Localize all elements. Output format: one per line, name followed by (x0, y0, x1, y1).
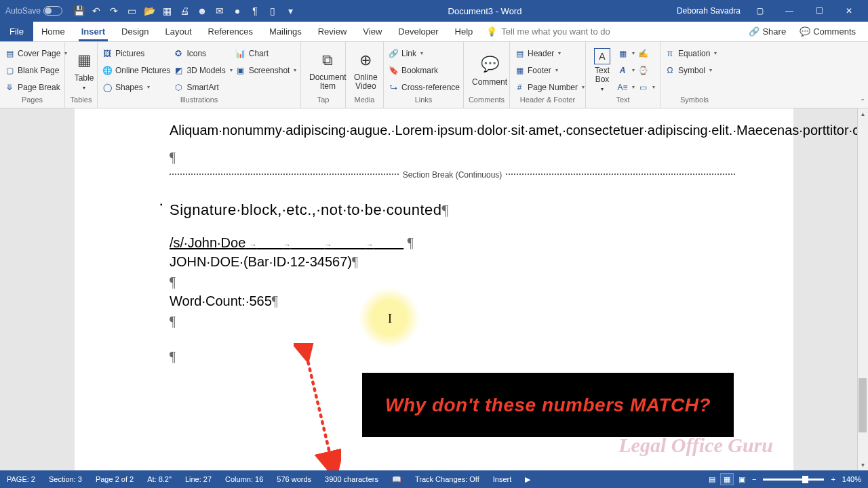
tab-review[interactable]: Review (310, 22, 355, 41)
scroll-down-icon[interactable]: ▼ (858, 460, 868, 470)
comments-button[interactable]: 💬Comments (794, 26, 861, 37)
document-item-button[interactable]: ⧉Document Item (305, 49, 351, 91)
titlebar: AutoSave 💾 ↶ ↷ ▭ 📂 ▦ 🖨 ☻ ✉ ● ¶ ▯ ▾ Docum… (0, 0, 868, 22)
blank-page-button[interactable]: ▢Blank Page (4, 63, 67, 78)
screenshot-button[interactable]: ▣Screenshot (235, 63, 297, 78)
footer-button[interactable]: ▦Footer (514, 63, 585, 78)
zoom-slider[interactable] (763, 479, 824, 481)
signature-line-button[interactable]: ✍ (637, 46, 655, 61)
file-tab[interactable]: File (0, 22, 33, 41)
wordart-button[interactable]: A (617, 63, 635, 78)
comment-button[interactable]: 💬Comment (468, 54, 511, 87)
emoji-icon[interactable]: ☻ (197, 5, 208, 16)
status-page-of[interactable]: Page 2 of 2 (89, 475, 140, 483)
equation-button[interactable]: πEquation (665, 46, 717, 61)
status-section[interactable]: Section: 3 (42, 475, 89, 483)
mail-icon[interactable]: ✉ (214, 5, 225, 16)
online-pictures-button[interactable]: 🌐Online Pictures (102, 63, 170, 78)
status-at[interactable]: At: 8.2" (140, 475, 178, 483)
section-break: Section Break (Continuous) (170, 174, 735, 186)
pictures-button[interactable]: 🖼Pictures (102, 46, 170, 61)
qat-more-icon[interactable]: ▾ (285, 5, 296, 16)
tab-help[interactable]: Help (447, 22, 481, 41)
close-icon[interactable]: ✕ (838, 4, 860, 18)
new-icon[interactable]: ▭ (126, 5, 137, 16)
zoom-in-icon[interactable]: + (831, 475, 835, 483)
record-icon[interactable]: ● (232, 5, 243, 16)
quick-parts-button[interactable]: ▦ (617, 46, 635, 61)
pilcrow-icon[interactable]: ¶ (250, 5, 260, 16)
cross-reference-button[interactable]: ⮑Cross-reference (388, 80, 460, 95)
header-button[interactable]: ▤Header (514, 46, 585, 61)
link-button[interactable]: 🔗Link (388, 46, 460, 61)
view-print-icon[interactable]: ▦ (720, 473, 734, 485)
object-button[interactable]: ▭ (637, 80, 655, 95)
page-icon: ▤ (4, 48, 15, 59)
undo-icon[interactable]: ↶ (91, 5, 102, 16)
tab-insert[interactable]: Insert (73, 22, 113, 41)
tab-design[interactable]: Design (113, 22, 157, 41)
redo-icon[interactable]: ↷ (108, 5, 119, 16)
tell-me-search[interactable]: 💡Tell me what you want to do (481, 22, 736, 41)
save-icon[interactable]: 💾 (73, 5, 84, 16)
tab-references[interactable]: References (200, 22, 261, 41)
paste-icon[interactable]: ▯ (267, 5, 278, 16)
document-title: Document3 - Word (301, 6, 669, 16)
status-macro-icon[interactable]: ▶ (518, 475, 537, 484)
status-page[interactable]: PAGE: 2 (0, 475, 42, 483)
status-spelling[interactable]: 📖 (385, 475, 408, 484)
page-number-button[interactable]: #Page Number (514, 80, 585, 95)
cover-page-button[interactable]: ▤Cover Page (4, 46, 67, 61)
comment-icon: 💬 (800, 26, 810, 37)
status-line[interactable]: Line: 27 (178, 475, 218, 483)
share-button[interactable]: 🔗Share (743, 26, 791, 37)
tab-mailings[interactable]: Mailings (261, 22, 310, 41)
user-name[interactable]: Deborah Savadra (677, 6, 741, 16)
print-icon[interactable]: 🖨 (179, 5, 190, 16)
icons-button[interactable]: ✪Icons (173, 46, 232, 61)
autosave-toggle[interactable]: AutoSave (0, 6, 68, 16)
quickprint-icon[interactable]: ▦ (161, 5, 172, 16)
open-icon[interactable]: 📂 (144, 5, 155, 16)
status-track-changes[interactable]: Track Changes: Off (408, 475, 486, 483)
maximize-icon[interactable]: ☐ (808, 4, 830, 18)
collapse-ribbon-icon[interactable]: ⌃ (860, 98, 865, 105)
quick-access-toolbar: 💾 ↶ ↷ ▭ 📂 ▦ 🖨 ☻ ✉ ● ¶ ▯ ▾ (68, 5, 301, 16)
date-time-button[interactable]: ⌚ (637, 63, 655, 78)
text-box-button[interactable]: AText Box▾ (590, 48, 614, 92)
zoom-out-icon[interactable]: − (752, 475, 756, 483)
tab-layout[interactable]: Layout (157, 22, 200, 41)
tap-group-label: Tap (305, 96, 341, 106)
view-focus-icon[interactable]: ▤ (705, 473, 719, 485)
view-web-icon[interactable]: ▣ (735, 473, 749, 485)
wordart-icon: A (617, 65, 628, 76)
table-button[interactable]: ▦Table▾ (69, 49, 99, 91)
online-video-button[interactable]: ⊕Online Video (350, 49, 382, 91)
shapes-button[interactable]: ◯Shapes (102, 80, 170, 95)
tab-view[interactable]: View (355, 22, 390, 41)
table-icon: ▦ (73, 49, 95, 71)
tab-developer[interactable]: Developer (390, 22, 446, 41)
status-characters[interactable]: 3900 characters (318, 475, 385, 483)
dropcap-button[interactable]: A≡ (617, 80, 635, 95)
scroll-up-icon[interactable]: ▲ (858, 108, 868, 119)
scroll-thumb[interactable] (859, 378, 867, 432)
status-bar: PAGE: 2 Section: 3 Page 2 of 2 At: 8.2" … (0, 470, 868, 488)
3dmodels-button[interactable]: ◩3D Models (173, 63, 232, 78)
ribbon-display-icon[interactable]: ▢ (749, 4, 770, 18)
status-insert-mode[interactable]: Insert (486, 475, 519, 483)
textbox-icon: A (594, 48, 610, 64)
footer-icon: ▦ (514, 65, 525, 76)
vertical-scrollbar[interactable]: ▲ ▼ (857, 108, 868, 470)
page-break-button[interactable]: ⤋Page Break (4, 80, 67, 95)
status-words[interactable]: 576 words (270, 475, 318, 483)
chart-button[interactable]: 📊Chart (235, 46, 297, 61)
minimize-icon[interactable]: — (778, 4, 800, 18)
smartart-button[interactable]: ⬡SmartArt (173, 80, 232, 95)
status-column[interactable]: Column: 16 (218, 475, 270, 483)
document-page[interactable]: Aliquam·nonummy·adipiscing·augue.·Lorem·… (75, 108, 793, 470)
zoom-level[interactable]: 140% (842, 475, 861, 483)
bookmark-button[interactable]: 🔖Bookmark (388, 63, 460, 78)
tab-home[interactable]: Home (33, 22, 73, 41)
symbol-button[interactable]: ΩSymbol (665, 63, 717, 78)
